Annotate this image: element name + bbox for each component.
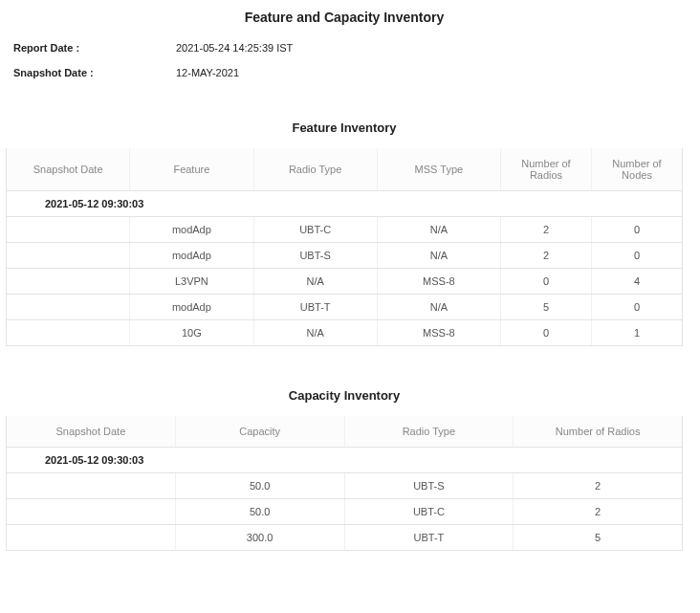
cell-value: modAdp: [130, 295, 253, 320]
capacity-inventory-table: Snapshot Date Capacity Radio Type Number…: [6, 416, 683, 551]
cell-value: 5: [501, 295, 592, 320]
table-row: L3VPNN/AMSS-804: [7, 269, 683, 295]
col-snapshot-date: Snapshot Date: [7, 416, 176, 448]
cell-snapshot-empty: [7, 499, 176, 525]
report-date-value: 2021-05-24 14:25:39 IST: [176, 42, 293, 54]
feature-inventory-table: Snapshot Date Feature Radio Type MSS Typ…: [6, 148, 683, 346]
cell-value: 5: [514, 525, 683, 551]
cell-value: MSS-8: [377, 320, 500, 346]
cell-value: 0: [501, 269, 592, 295]
cell-snapshot-empty: [7, 525, 176, 551]
cell-value: modAdp: [130, 217, 253, 243]
table-header-row: Snapshot Date Feature Radio Type MSS Typ…: [7, 148, 683, 191]
table-header-row: Snapshot Date Capacity Radio Type Number…: [7, 416, 683, 448]
cell-value: N/A: [377, 217, 500, 243]
snapshot-date-row: Snapshot Date : 12-MAY-2021: [6, 67, 683, 78]
col-num-radios: Number of Radios: [501, 148, 592, 191]
report-date-row: Report Date : 2021-05-24 14:25:39 IST: [6, 42, 683, 54]
snapshot-date-value: 12-MAY-2021: [176, 67, 239, 78]
table-group-row: 2021-05-12 09:30:03: [7, 191, 683, 217]
cell-value: 0: [501, 320, 592, 346]
col-radio-type: Radio Type: [253, 148, 377, 191]
table-row: 300.0UBT-T5: [7, 525, 683, 551]
cell-value: N/A: [253, 269, 377, 295]
cell-value: N/A: [377, 243, 500, 269]
cell-snapshot-empty: [7, 473, 176, 499]
feature-inventory-title: Feature Inventory: [6, 120, 683, 135]
table-row: 50.0UBT-C2: [7, 499, 683, 525]
cell-value: 2: [501, 243, 592, 269]
cell-value: L3VPN: [130, 269, 253, 295]
cell-value: N/A: [253, 320, 377, 346]
cell-value: MSS-8: [377, 269, 500, 295]
table-row: modAdpUBT-SN/A20: [7, 243, 683, 269]
cell-value: 1: [592, 320, 683, 346]
cell-value: 2: [514, 473, 683, 499]
table-group-row: 2021-05-12 09:30:03: [7, 448, 683, 473]
cell-value: 4: [592, 269, 683, 295]
cell-snapshot-empty: [7, 320, 130, 346]
capacity-inventory-title: Capacity Inventory: [6, 388, 683, 403]
col-feature: Feature: [130, 148, 253, 191]
table-row: modAdpUBT-CN/A20: [7, 217, 683, 243]
cell-snapshot-empty: [7, 269, 130, 295]
cell-value: UBT-T: [344, 525, 514, 551]
group-snapshot-date: 2021-05-12 09:30:03: [7, 448, 683, 473]
cell-value: 0: [592, 295, 683, 320]
col-mss-type: MSS Type: [377, 148, 500, 191]
cell-snapshot-empty: [7, 295, 130, 320]
col-snapshot-date: Snapshot Date: [7, 148, 130, 191]
cell-value: 0: [592, 217, 683, 243]
col-radio-type: Radio Type: [344, 416, 514, 448]
report-date-label: Report Date :: [6, 42, 176, 54]
table-row: 50.0UBT-S2: [7, 473, 683, 499]
cell-value: UBT-C: [344, 499, 514, 525]
cell-snapshot-empty: [7, 243, 130, 269]
col-num-nodes: Number of Nodes: [592, 148, 683, 191]
snapshot-date-label: Snapshot Date :: [6, 67, 176, 78]
cell-value: N/A: [377, 295, 500, 320]
cell-value: 50.0: [175, 499, 344, 525]
cell-value: 50.0: [175, 473, 344, 499]
cell-value: 0: [592, 243, 683, 269]
cell-value: 300.0: [175, 525, 344, 551]
group-snapshot-date: 2021-05-12 09:30:03: [7, 191, 683, 217]
page-title: Feature and Capacity Inventory: [6, 10, 683, 25]
cell-value: UBT-S: [253, 243, 377, 269]
cell-snapshot-empty: [7, 217, 130, 243]
table-row: modAdpUBT-TN/A50: [7, 295, 683, 320]
cell-value: modAdp: [130, 243, 253, 269]
cell-value: UBT-C: [253, 217, 377, 243]
cell-value: 10G: [130, 320, 253, 346]
col-capacity: Capacity: [175, 416, 344, 448]
table-row: 10GN/AMSS-801: [7, 320, 683, 346]
cell-value: UBT-S: [344, 473, 514, 499]
cell-value: 2: [514, 499, 683, 525]
cell-value: 2: [501, 217, 592, 243]
cell-value: UBT-T: [253, 295, 377, 320]
col-num-radios: Number of Radios: [514, 416, 683, 448]
